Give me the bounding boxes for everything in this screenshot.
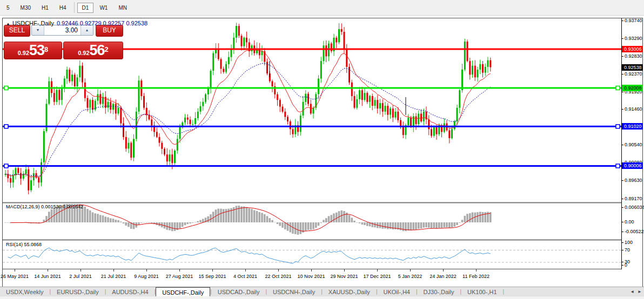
date-tick [410, 269, 411, 271]
date-tick [245, 269, 246, 271]
tab-scroll-left-icon[interactable]: ◄ [630, 289, 634, 294]
price-axis-label: 0.91460 [625, 106, 642, 112]
price-axis-label: 0.93290 [625, 36, 642, 41]
price-badge-0.93006: 0.93006 [622, 46, 643, 52]
timeframe-button-h4[interactable]: H4 [55, 3, 71, 13]
timeframe-toolbar: 5M30H1H4D1W1MN [0, 0, 644, 16]
macd-axis-label: -0.005228 [625, 229, 644, 234]
chart-tab-usdcad-daily[interactable]: USDCAD-,Daily [212, 287, 266, 296]
sell-price-display[interactable]: 0.92538 [4, 42, 62, 59]
macd-indicator-label: MACD(12,26,9) 0.001530 0.001642 [6, 204, 83, 209]
sell-button[interactable]: SELL [4, 25, 30, 37]
date-axis-label: 9 Aug 2021 [134, 274, 159, 279]
date-tick [146, 269, 147, 271]
axis-tick [621, 265, 623, 266]
axis-tick [621, 92, 623, 92]
volume-stepper: ▼ 3.00 ▲ [31, 25, 93, 36]
axis-tick [621, 56, 623, 57]
date-axis-label: 2 Jul 2021 [69, 274, 92, 279]
chart-tab-uk100-h1[interactable]: UK100-,H1 [461, 287, 502, 296]
axis-tick [621, 109, 623, 110]
buy-price-sup: 2 [105, 45, 109, 53]
date-tick [113, 269, 114, 271]
volume-increase-icon[interactable]: ▲ [81, 25, 93, 35]
buy-price-display[interactable]: 0.92562 [63, 42, 123, 59]
sell-price-big: 53 [29, 42, 44, 58]
axis-tick [621, 21, 623, 21]
price-axis-label: 0.90540 [625, 142, 642, 147]
timeframe-button-mn[interactable]: MN [113, 3, 132, 13]
axis-tick [621, 262, 623, 262]
axis-tick [621, 207, 623, 208]
date-axis-label: 15 Sep 2021 [198, 274, 226, 279]
axis-tick [621, 145, 623, 145]
tab-scroll-arrows: ◄► [630, 287, 644, 296]
mt4-terminal: 5M30H1H4D1W1MN ▲USDCHF-,Daily0.92446 0.9… [0, 0, 644, 299]
timeframe-button-m30[interactable]: M30 [16, 3, 36, 13]
chart-tab-bar: USDX,Weekly|EURUSD-,Daily|AUDUSD-,H4|USD… [0, 287, 644, 296]
sell-price-small: 0.92 [18, 50, 29, 56]
date-axis-label: 26 May 2021 [1, 274, 29, 279]
timeframe-button-h1[interactable]: H1 [37, 3, 53, 13]
date-axis-label: 4 Oct 2021 [233, 274, 257, 279]
date-axis-label: 27 Aug 2021 [166, 274, 193, 279]
price-badge-0.91020: 0.91020 [622, 123, 643, 130]
date-tick [48, 269, 48, 271]
chart-tab-usdchf-daily[interactable]: USDCHF-,Daily [156, 287, 210, 296]
price-axis-label: 0.92830 [625, 53, 642, 59]
rsi-indicator-label: RSI(14) 55.0868 [6, 242, 42, 247]
date-axis-label: 5 Jan 2022 [398, 274, 422, 279]
buy-price-big: 56 [90, 42, 105, 58]
axis-tick [621, 180, 623, 181]
timeframe-button-w1[interactable]: W1 [95, 3, 112, 13]
date-axis-label: 17 Dec 2021 [363, 274, 391, 279]
axis-tick [621, 232, 623, 232]
rsi-axis-label: 100 [625, 240, 633, 245]
date-axis-label: 14 Jun 2021 [34, 274, 61, 279]
timeframe-button-d1[interactable]: D1 [77, 3, 94, 13]
chart-tab-dj30-daily[interactable]: DJ30-,Daily [418, 287, 460, 296]
date-axis-label: 21 Jul 2021 [101, 274, 126, 279]
price-axis-label: 0.92370 [625, 71, 642, 77]
rsi-axis-label: 70 [625, 247, 630, 253]
chart-tab-usdx-weekly[interactable]: USDX,Weekly [0, 287, 49, 296]
pane-separators[interactable] [3, 203, 621, 269]
chart-tab-eurusd-daily[interactable]: EURUSD-,Daily [51, 287, 105, 296]
price-axis-label: 0.89630 [625, 178, 642, 183]
axis-tick [621, 74, 623, 74]
volume-value[interactable]: 3.00 [44, 25, 81, 35]
date-tick [81, 269, 81, 271]
date-axis-label: 29 Nov 2021 [330, 274, 358, 279]
ma-slow-line [5, 63, 491, 176]
collapse-arrow-icon[interactable]: ▲ [6, 22, 10, 26]
buy-price-small: 0.92 [78, 50, 89, 56]
buy-button[interactable]: BUY [96, 25, 123, 37]
rsi-levels [3, 250, 621, 263]
axis-tick [621, 242, 623, 243]
tab-scroll-right-icon[interactable]: ► [638, 289, 642, 294]
price-badge-0.92538: 0.92538 [622, 64, 643, 71]
date-tick [344, 269, 345, 271]
price-axis-label: 0.89170 [625, 196, 642, 201]
chart-tab-ukoil-h4[interactable]: UKOil-,H4 [377, 287, 416, 296]
volume-decrease-icon[interactable]: ▼ [32, 25, 44, 35]
date-axis-label: 10 Nov 2021 [297, 274, 325, 279]
chart-tab-usdcnh-daily[interactable]: USDCNH-,Daily [267, 287, 321, 296]
macd-axis-label: 0.00 [625, 219, 634, 225]
timeframe-button-5[interactable]: 5 [2, 3, 15, 13]
axis-tick [621, 199, 623, 199]
toolbar-separator [74, 2, 75, 13]
axis-tick [621, 250, 623, 250]
sell-price-sup: 8 [44, 45, 48, 53]
chart-ohlc-values: 0.92446 0.92729 0.92257 0.92538 [57, 20, 147, 26]
chart-tab-xauusd-daily[interactable]: XAUUSD-,Daily [323, 287, 376, 296]
date-tick [476, 269, 477, 271]
chart-title: ▲USDCHF-,Daily0.92446 0.92729 0.92257 0.… [6, 20, 147, 26]
date-tick [212, 269, 213, 271]
date-axis-label: 24 Jan 2022 [430, 274, 457, 279]
tab-divider: | [503, 287, 505, 296]
price-badge-0.90006: 0.90006 [622, 162, 643, 169]
date-tick [278, 269, 279, 271]
date-tick [377, 269, 378, 271]
chart-tab-audusd-h4[interactable]: AUDUSD-,H4 [106, 287, 154, 296]
